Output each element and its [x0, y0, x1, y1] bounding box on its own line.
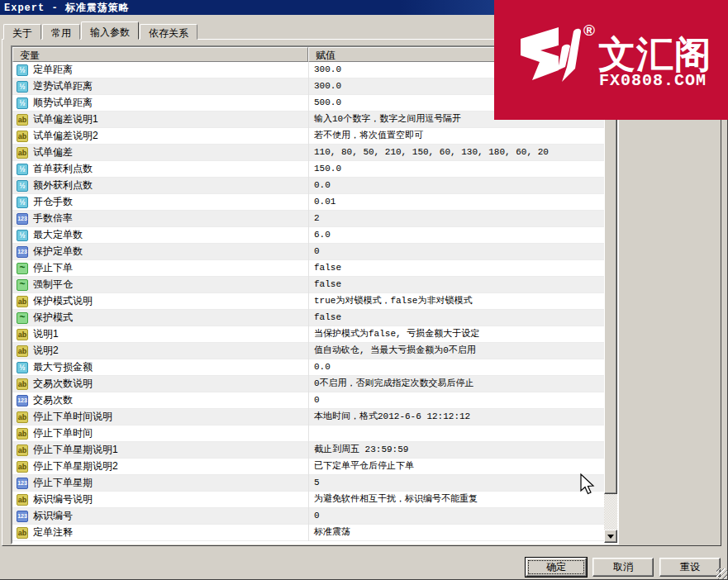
param-value[interactable]: 0 [308, 244, 604, 260]
tab-common[interactable]: 常用 [42, 24, 80, 40]
ok-button-label: 确定 [528, 560, 584, 574]
param-value[interactable]: 截止到周五 23:59:59 [308, 442, 604, 459]
param-value[interactable]: 标准震荡 [308, 525, 604, 541]
string-type-icon: ab [17, 527, 28, 539]
table-row[interactable]: 123保护定单数0 [12, 244, 604, 260]
param-name: 标识编号 [33, 508, 73, 524]
number-type-icon: ½ [17, 197, 28, 208]
param-name: 交易次数 [33, 392, 73, 408]
ok-button[interactable]: 确定 [526, 558, 587, 577]
string-type-icon: ab [17, 494, 28, 506]
table-row[interactable]: ~强制平仓false [12, 277, 604, 293]
table-row[interactable]: ½最大定单数6.0 [12, 227, 604, 244]
boolean-type-icon: ~ [17, 312, 28, 324]
param-name: 手数倍率 [33, 211, 73, 226]
param-value[interactable]: false [308, 260, 604, 277]
param-value[interactable]: 0 [308, 508, 604, 525]
table-row[interactable]: ab停止下单星期说明1截止到周五 23:59:59 [12, 442, 604, 459]
string-type-icon: ab [17, 411, 28, 423]
string-type-icon: ab [17, 329, 28, 340]
table-row[interactable]: ab试单偏差说明2若不使用，将次值置空即可 [12, 128, 604, 145]
table-row[interactable]: ab停止下单时间说明本地时间，格式2012-6-6 12:12:12 [12, 409, 604, 425]
table-row[interactable]: 123手数倍率2 [12, 211, 604, 227]
string-type-icon: ab [17, 345, 28, 357]
param-value[interactable]: 110, 80, 50, 210, 150, 60, 130, 180, 60,… [308, 145, 604, 161]
tab-inputs[interactable]: 输入参数 [81, 21, 139, 40]
vertical-scrollbar[interactable] [604, 47, 617, 543]
table-row[interactable]: ab停止下单星期说明2已下定单平仓后停止下单 [12, 459, 604, 475]
window-title: Expert - 标准震荡策略 [4, 1, 130, 15]
param-value[interactable]: false [308, 277, 604, 293]
tab-dependencies[interactable]: 依存关系 [140, 24, 197, 40]
cancel-button[interactable]: 取消 [592, 558, 654, 577]
scroll-down-button[interactable] [604, 530, 617, 543]
param-name: 保护模式 [33, 310, 73, 326]
param-value[interactable]: 6.0 [308, 227, 604, 244]
param-name: 定单距离 [33, 62, 73, 78]
table-row[interactable]: ab试单偏差110, 80, 50, 210, 150, 60, 130, 18… [12, 145, 604, 161]
param-name: 试单偏差说明1 [33, 112, 98, 127]
mouse-cursor-icon [580, 473, 597, 497]
tab-about[interactable]: 关于 [3, 24, 41, 40]
param-name: 说明1 [33, 326, 59, 342]
param-name: 保护定单数 [33, 244, 83, 259]
param-value[interactable]: 当保护模式为false, 亏损金额大于设定 [308, 326, 604, 343]
param-value[interactable]: 本地时间，格式2012-6-6 12:12:12 [308, 409, 604, 425]
table-row[interactable]: 123标识编号0 [12, 508, 604, 525]
table-row[interactable]: ab标识编号说明为避免软件相互干扰，标识编号不能重复 [12, 492, 604, 508]
param-name: 定单注释 [33, 525, 73, 540]
number-type-icon: ½ [17, 164, 28, 175]
table-row[interactable]: ~保护模式false [12, 310, 604, 326]
string-type-icon: ab [17, 445, 28, 456]
param-name: 停止下单星期说明1 [33, 442, 118, 458]
param-value[interactable]: 值自动砍仓, 当最大亏损金额为0不启用 [308, 343, 604, 359]
param-value[interactable]: 若不使用，将次值置空即可 [308, 128, 604, 145]
table-row[interactable]: ab保护模式说明true为对锁模式，false为非对锁模式 [12, 293, 604, 310]
param-value[interactable]: 已下定单平仓后停止下单 [308, 459, 604, 475]
table-row[interactable]: ½开仓手数0.01 [12, 194, 604, 211]
boolean-type-icon: ~ [17, 279, 28, 291]
registered-mark: ® [583, 21, 595, 40]
boolean-type-icon: ~ [17, 263, 28, 274]
table-row[interactable]: ~停止下单false [12, 260, 604, 277]
param-value[interactable]: false [308, 310, 604, 326]
table-row[interactable]: ½额外获利点数0.0 [12, 178, 604, 194]
param-value[interactable]: 0 [308, 392, 604, 409]
param-table-body: ½定单距离300.0½逆势试单距离300.0½顺势试单距离500.0ab试单偏差… [12, 62, 604, 543]
table-row[interactable]: ½首单获利点数150.0 [12, 161, 604, 178]
table-row[interactable]: ab交易次数说明0不启用，否则完成指定次数交易后停止 [12, 376, 604, 392]
param-name: 停止下单时间说明 [33, 409, 112, 425]
reset-button[interactable]: 重设 [659, 558, 721, 577]
param-value[interactable]: 0.0 [308, 359, 604, 376]
param-value[interactable]: 0.0 [308, 178, 604, 194]
param-value[interactable]: true为对锁模式，false为非对锁模式 [308, 293, 604, 310]
param-value[interactable] [308, 425, 604, 442]
table-row[interactable]: ab停止下单时间 [12, 425, 604, 442]
param-name: 试单偏差 [33, 145, 73, 160]
arrow-down-icon [607, 535, 614, 539]
integer-type-icon: 123 [17, 511, 28, 522]
param-value[interactable]: 2 [308, 211, 604, 227]
param-value[interactable]: 0不启用，否则完成指定次数交易后停止 [308, 376, 604, 392]
table-row[interactable]: ½最大亏损金额0.0 [12, 359, 604, 376]
param-value[interactable]: 150.0 [308, 161, 604, 178]
number-type-icon: ½ [17, 230, 28, 241]
param-name: 最大定单数 [33, 227, 83, 243]
table-row[interactable]: 123交易次数0 [12, 392, 604, 409]
param-value[interactable]: 0.01 [308, 194, 604, 211]
number-type-icon: ½ [17, 64, 28, 76]
table-row[interactable]: 123停止下单星期5 [12, 475, 604, 492]
table-row[interactable]: ab定单注释标准震荡 [12, 525, 604, 541]
param-value[interactable]: 5 [308, 475, 604, 492]
integer-type-icon: 123 [17, 246, 28, 258]
integer-type-icon: 123 [17, 395, 28, 406]
expert-properties-dialog: Expert - 标准震荡策略 关于 常用 输入参数 依存关系 变量 赋值 ½定… [0, 0, 728, 580]
column-header-variable[interactable]: 变量 [12, 47, 308, 62]
table-row[interactable]: ab说明2值自动砍仓, 当最大亏损金额为0不启用 [12, 343, 604, 359]
string-type-icon: ab [17, 131, 28, 142]
table-row[interactable]: ab说明1当保护模式为false, 亏损金额大于设定 [12, 326, 604, 343]
brand-logo-icon [519, 26, 582, 85]
number-type-icon: ½ [17, 362, 28, 373]
resize-grip-icon[interactable] [716, 568, 727, 579]
param-value[interactable]: 为避免软件相互干扰，标识编号不能重复 [308, 492, 604, 508]
